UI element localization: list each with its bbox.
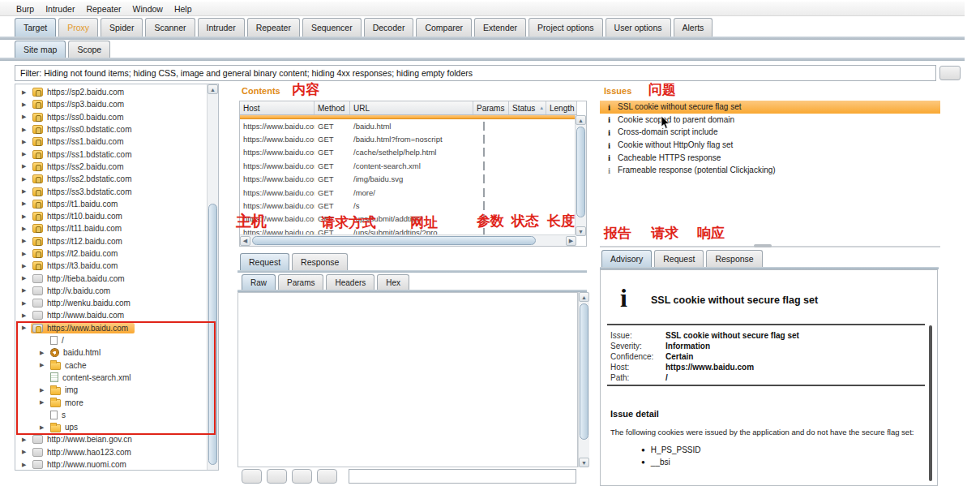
advisory-tab[interactable]: Advisory <box>601 250 652 267</box>
sitemap-node[interactable]: ▶ baidu.html <box>15 346 207 359</box>
sitemap-node[interactable]: ▶ https://t1.baidu.com <box>15 198 207 210</box>
column-header[interactable]: URL <box>350 101 473 114</box>
scroll-up-icon[interactable]: ▲ <box>208 84 218 94</box>
sitemap-node[interactable]: ▶ https://sp2.baidu.com <box>15 86 207 98</box>
editor-button[interactable] <box>242 469 262 484</box>
sitemap-node[interactable]: ▶ http://tieba.baidu.com <box>15 272 207 284</box>
main-tab[interactable]: Scanner <box>145 18 195 37</box>
request-vscrollbar[interactable]: ▲ ▼ <box>578 292 589 467</box>
scroll-thumb[interactable] <box>208 204 217 465</box>
expand-arrow-icon[interactable]: ▶ <box>22 449 31 455</box>
scroll-left-icon[interactable]: ◀ <box>240 236 250 246</box>
main-tab[interactable]: Target <box>15 18 56 37</box>
expand-arrow-icon[interactable]: ▶ <box>22 151 31 157</box>
sitemap-node[interactable]: ▶ https://www.baidu.com <box>15 322 207 334</box>
menu-item[interactable]: Intruder <box>45 4 75 14</box>
advisory-tab[interactable]: Request <box>654 250 704 267</box>
expand-arrow-icon[interactable]: ▶ <box>22 462 31 468</box>
expand-arrow-icon[interactable]: ▶ <box>40 362 49 368</box>
expand-arrow-icon[interactable]: ▶ <box>22 213 31 220</box>
expand-arrow-icon[interactable]: ▶ <box>22 188 31 195</box>
sitemap-node[interactable]: ▶ s <box>15 409 207 421</box>
scroll-thumb[interactable] <box>576 127 585 217</box>
main-tab[interactable]: Repeater <box>247 18 300 37</box>
scroll-thumb[interactable] <box>252 236 536 245</box>
expand-arrow-icon[interactable]: ▶ <box>22 275 31 282</box>
expand-arrow-icon[interactable]: ▶ <box>22 287 31 294</box>
scroll-up-icon[interactable]: ▲ <box>576 115 586 125</box>
sub-tab[interactable]: Site map <box>15 41 66 58</box>
menu-item[interactable]: Help <box>174 4 192 14</box>
sitemap-node[interactable]: ▶ http://www.hao123.com <box>15 446 207 458</box>
expand-arrow-icon[interactable]: ▶ <box>22 163 31 170</box>
sitemap-node[interactable]: ▶ / <box>15 334 207 346</box>
sitemap-node[interactable]: ▶ https://ss1.bdstatic.com <box>15 148 207 160</box>
main-tab[interactable]: Intruder <box>198 18 245 37</box>
expand-arrow-icon[interactable]: ▶ <box>22 89 31 96</box>
expand-arrow-icon[interactable]: ▶ <box>22 300 31 307</box>
sitemap-node[interactable]: ▶ content-search.xml <box>15 372 207 384</box>
message-tab[interactable]: Response <box>292 253 348 270</box>
column-header[interactable]: Params <box>473 101 509 114</box>
expand-arrow-icon[interactable]: ▶ <box>22 176 31 183</box>
issue-item[interactable]: i Frameable response (potential Clickjac… <box>600 164 940 177</box>
splitter-handle[interactable] <box>754 244 772 247</box>
expand-arrow-icon[interactable]: ▶ <box>22 114 31 120</box>
sub-tab[interactable]: Scope <box>68 41 110 58</box>
expand-arrow-icon[interactable]: ▶ <box>22 127 31 133</box>
expand-arrow-icon[interactable]: ▶ <box>40 350 49 356</box>
expand-arrow-icon[interactable]: ▶ <box>22 312 31 319</box>
sitemap-node[interactable]: ▶ http://www.beian.gov.cn <box>15 433 207 445</box>
expand-arrow-icon[interactable]: ▶ <box>22 238 31 244</box>
main-tab[interactable]: Sequencer <box>302 18 362 37</box>
column-header[interactable]: Status <box>509 101 546 114</box>
expand-arrow-icon[interactable]: ▶ <box>40 424 49 431</box>
sitemap-node[interactable]: ▶ https://t11.baidu.com <box>15 222 207 234</box>
advisory-tab[interactable]: Response <box>706 250 762 267</box>
table-row[interactable]: https://www.baidu.com GET /more/ <box>240 186 577 199</box>
sitemap-node[interactable]: ▶ http://wenku.baidu.com <box>15 297 207 309</box>
format-tab[interactable]: Raw <box>242 274 276 290</box>
sitemap-node[interactable]: ▶ ups <box>15 421 207 433</box>
table-row[interactable]: https://www.baidu.com GET /baidu.html <box>240 119 577 132</box>
main-tab[interactable]: Extender <box>474 18 526 37</box>
table-row[interactable]: https://www.baidu.com GET /s <box>240 199 577 212</box>
sitemap-scrollbar[interactable]: ▲ <box>207 84 218 470</box>
table-row[interactable]: https://www.baidu.com GET /cache/sethelp… <box>240 146 577 159</box>
sitemap-node[interactable]: ▶ https://ss0.bdstatic.com <box>15 123 207 135</box>
issue-item[interactable]: i Cacheable HTTPS response <box>600 151 940 164</box>
main-tab[interactable]: Comparer <box>416 18 472 37</box>
main-tab[interactable]: Proxy <box>58 18 98 37</box>
sitemap-node[interactable]: ▶ cache <box>15 359 207 372</box>
sitemap-node[interactable]: ▶ https://ss2.baidu.com <box>15 161 207 173</box>
main-tab[interactable]: Spider <box>101 18 143 37</box>
scroll-right-icon[interactable]: ▶ <box>566 236 576 246</box>
main-tab[interactable]: Alerts <box>674 18 713 37</box>
expand-arrow-icon[interactable]: ▶ <box>22 251 31 257</box>
sitemap-node[interactable]: ▶ https://t3.baidu.com <box>15 260 207 272</box>
menu-item[interactable]: Burp <box>16 4 34 14</box>
column-header[interactable]: Method <box>315 101 350 114</box>
expand-arrow-icon[interactable]: ▶ <box>22 226 31 232</box>
expand-arrow-icon[interactable]: ▶ <box>22 139 31 145</box>
expand-arrow-icon[interactable]: ▶ <box>22 101 31 108</box>
scroll-up-icon[interactable]: ▲ <box>579 292 589 302</box>
filter-bar[interactable]: Filter: Hiding not found items; hiding C… <box>15 65 936 81</box>
sitemap-node[interactable]: ▶ https://ss2.bdstatic.com <box>15 173 207 185</box>
scroll-thumb[interactable] <box>580 303 588 440</box>
raw-request-view[interactable] <box>238 292 578 467</box>
expand-arrow-icon[interactable]: ▶ <box>22 325 31 331</box>
contents-hscrollbar[interactable]: ◀ ▶ <box>240 234 576 246</box>
menu-item[interactable]: Window <box>133 4 163 14</box>
sitemap-node[interactable]: ▶ http://v.baidu.com <box>15 285 207 297</box>
expand-arrow-icon[interactable]: ▶ <box>22 437 31 443</box>
format-tab[interactable]: Headers <box>326 274 374 290</box>
issue-item[interactable]: i Cross-domain script include <box>600 126 940 139</box>
expand-arrow-icon[interactable]: ▶ <box>22 263 31 269</box>
editor-search-input[interactable] <box>349 469 576 484</box>
sitemap-node[interactable]: ▶ https://t2.baidu.com <box>15 247 207 260</box>
sitemap-node[interactable]: ▶ https://ss1.baidu.com <box>15 135 207 148</box>
message-tab[interactable]: Request <box>240 253 289 270</box>
contents-vscrollbar[interactable]: ▲ ▼ <box>575 115 586 236</box>
issue-item[interactable]: i Cookie without HttpOnly flag set <box>600 139 940 152</box>
